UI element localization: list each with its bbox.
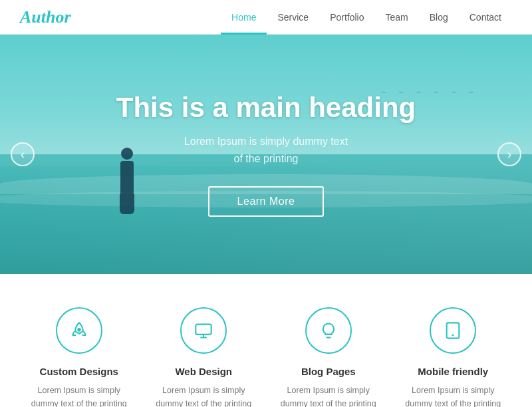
- feature-desc-1: Lorem Ipsum is simply dummy text of the …: [152, 384, 257, 407]
- hero-learn-more-button[interactable]: Learn More: [208, 186, 325, 217]
- carousel-prev-button[interactable]: ‹: [11, 142, 35, 166]
- feature-card-0: Custom Designs Lorem Ipsum is simply dum…: [27, 307, 132, 407]
- site-header: Author Home Service Portfolio Team Blog …: [0, 0, 532, 35]
- nav-home[interactable]: Home: [221, 0, 267, 35]
- feature-title-1: Web Design: [152, 366, 257, 377]
- feature-card-2: Blog Pages Lorem Ipsum is simply dummy t…: [276, 307, 381, 407]
- feature-icon-custom-designs: [56, 307, 102, 354]
- feature-title-2: Blog Pages: [276, 366, 381, 377]
- nav-service[interactable]: Service: [267, 0, 319, 35]
- feature-desc-3: Lorem Ipsum is simply dummy text of the …: [401, 384, 506, 407]
- hero-subtitle-line2: of the printing: [234, 153, 299, 164]
- hero-section: ~ ~ ~ ~ ~ ~ ‹ This is a main heading Lor…: [0, 35, 532, 274]
- hero-content: This is a main heading Lorem Ipsum is si…: [116, 92, 416, 216]
- svg-rect-1: [196, 325, 211, 335]
- svg-point-0: [78, 329, 80, 331]
- feature-icon-mobile-friendly: [430, 307, 476, 354]
- feature-desc-0: Lorem Ipsum is simply dummy text of the …: [27, 384, 132, 407]
- feature-card-3: Mobile friendly Lorem Ipsum is simply du…: [401, 307, 506, 407]
- hero-title: This is a main heading: [116, 92, 416, 124]
- feature-title-0: Custom Designs: [27, 366, 132, 377]
- feature-card-1: Web Design Lorem Ipsum is simply dummy t…: [152, 307, 257, 407]
- features-section: Custom Designs Lorem Ipsum is simply dum…: [0, 274, 532, 407]
- hero-subtitle-line1: Lorem Ipsum is simply dummy text: [184, 136, 348, 147]
- nav-portfolio[interactable]: Portfolio: [319, 0, 374, 35]
- feature-icon-web-design: [180, 307, 227, 354]
- feature-desc-2: Lorem Ipsum is simply dummy text of the …: [276, 384, 381, 407]
- nav-contact[interactable]: Contact: [459, 0, 512, 35]
- main-nav: Home Service Portfolio Team Blog Contact: [221, 0, 512, 35]
- nav-team[interactable]: Team: [374, 0, 418, 35]
- feature-icon-blog-pages: [305, 307, 352, 354]
- carousel-next-button[interactable]: ›: [497, 142, 521, 166]
- nav-blog[interactable]: Blog: [419, 0, 459, 35]
- feature-title-3: Mobile friendly: [401, 366, 506, 377]
- site-logo: Author: [20, 7, 71, 27]
- hero-subtitle: Lorem Ipsum is simply dummy text of the …: [116, 133, 416, 167]
